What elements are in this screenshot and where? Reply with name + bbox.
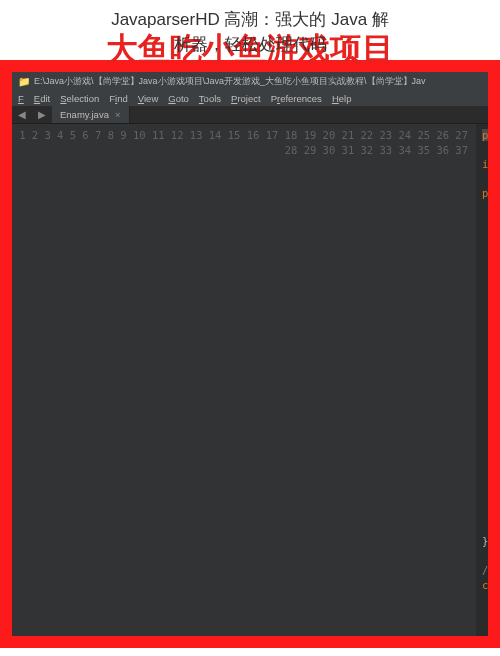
menu-file[interactable]: F: [18, 93, 24, 104]
menu-edit[interactable]: Edit: [34, 93, 50, 104]
window-titlebar: 📁 E:\Java小游戏\【尚学堂】Java小游戏项目\Java开发游戏_大鱼吃…: [12, 72, 488, 91]
tab-bar: ◀ ▶ Enamy.java ×: [12, 106, 488, 124]
window-path: E:\Java小游戏\【尚学堂】Java小游戏项目\Java开发游戏_大鱼吃小鱼…: [34, 75, 426, 88]
menu-help[interactable]: Help: [332, 93, 352, 104]
tab-active[interactable]: Enamy.java ×: [52, 106, 130, 123]
menu-view[interactable]: View: [138, 93, 158, 104]
close-icon[interactable]: ×: [115, 109, 121, 120]
tab-nav-left-icon[interactable]: ◀: [12, 107, 32, 122]
tab-nav-right-icon[interactable]: ▶: [32, 107, 52, 122]
tab-label: Enamy.java: [60, 109, 109, 120]
menu-project[interactable]: Project: [231, 93, 261, 104]
menu-bar: F Edit Selection Find View Goto Tools Pr…: [12, 91, 488, 106]
menu-selection[interactable]: Selection: [60, 93, 99, 104]
code-editor: 📁 E:\Java小游戏\【尚学堂】Java小游戏项目\Java开发游戏_大鱼吃…: [12, 72, 488, 636]
screenshot-frame: 📁 E:\Java小游戏\【尚学堂】Java小游戏项目\Java开发游戏_大鱼吃…: [0, 60, 500, 648]
code-content[interactable]: package com.sxt; import java.awt.*; publ…: [476, 124, 488, 636]
article-title-line1: JavaparserHD 高潮：强大的 Java 解: [10, 8, 490, 31]
line-gutter: 1 2 3 4 5 6 7 8 9 10 11 12 13 14 15 16 1…: [12, 124, 476, 636]
menu-preferences[interactable]: Preferences: [271, 93, 322, 104]
menu-find[interactable]: Find: [109, 93, 128, 104]
code-area[interactable]: 1 2 3 4 5 6 7 8 9 10 11 12 13 14 15 16 1…: [12, 124, 488, 636]
folder-icon: 📁: [18, 76, 30, 87]
article-title-line2: 析器，轻松处理代码: [10, 33, 490, 56]
menu-goto[interactable]: Goto: [168, 93, 189, 104]
menu-tools[interactable]: Tools: [199, 93, 221, 104]
